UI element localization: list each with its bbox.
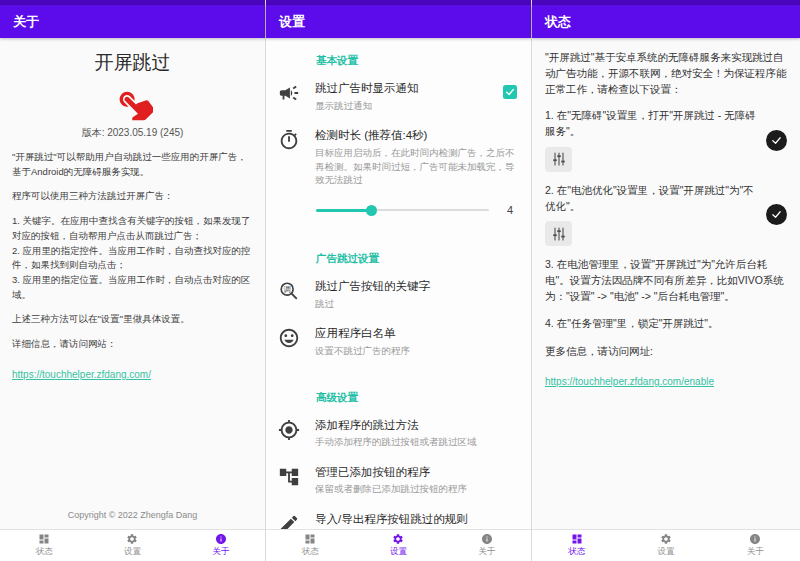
- pref-title: 管理已添加按钮的程序: [315, 465, 517, 481]
- slider-fill: [316, 209, 371, 212]
- appbar-about: 关于: [0, 5, 265, 38]
- page-title: 状态: [545, 13, 571, 31]
- section-title-advanced: 高级设置: [266, 375, 531, 409]
- pref-subtitle: 目标应用启动后，在此时间内检测广告，之后不再检测。如果时间过短，广告可能未加载完…: [315, 146, 517, 187]
- appbar-settings: 设置: [266, 5, 531, 38]
- pref-title: 跳过广告时显示通知: [315, 81, 493, 97]
- step-done-check-icon: [766, 130, 787, 151]
- section-title-ad-skip: 广告跳过设置: [266, 236, 531, 270]
- nav-tab-status[interactable]: 状态: [532, 533, 621, 558]
- nav-label: 设置: [390, 546, 407, 558]
- panel-about: 关于 开屏跳过 版本: 2023.05.19 (245) "开屏跳过"可以帮助用…: [0, 0, 266, 561]
- nav-label: 关于: [747, 546, 764, 558]
- info-icon: [481, 533, 493, 545]
- nav-label: 设置: [657, 546, 674, 558]
- website-link[interactable]: https://touchhelper.zfdang.com/: [12, 369, 151, 380]
- pref-whitelist[interactable]: 应用程序白名单 设置不跳过广告的程序: [266, 317, 531, 364]
- pref-title: 应用程序白名单: [315, 326, 517, 342]
- smiley-icon: [278, 327, 302, 351]
- tap-hand-icon: [113, 84, 153, 124]
- nav-label: 关于: [212, 546, 229, 558]
- about-body: 开屏跳过 版本: 2023.05.19 (245) "开屏跳过"可以帮助用户自动…: [0, 38, 265, 529]
- settings-list: 基本设置 跳过广告时显示通知 显示跳过通知 检测时长 (推荐值:4秒) 目标应用…: [266, 38, 531, 529]
- info-icon: [215, 533, 227, 545]
- slider-thumb[interactable]: [366, 205, 377, 216]
- status-step-background-power: 3. 在电池管理里，设置"开屏跳过"为"允许后台耗电"。设置方法因品牌不同有所差…: [545, 257, 787, 304]
- timer-icon: [278, 129, 302, 153]
- about-paragraph: 程序可以使用三种方法跳过开屏广告：: [12, 189, 253, 204]
- nav-tab-about[interactable]: 关于: [711, 533, 800, 558]
- gear-icon: [392, 533, 404, 545]
- nav-label: 状态: [36, 546, 53, 558]
- status-step-task-lock: 4. 在"任务管理"里，锁定"开屏跳过"。: [545, 316, 787, 332]
- pref-subtitle: 跳过: [315, 297, 517, 311]
- nav-label: 状态: [568, 546, 585, 558]
- gear-icon: [126, 533, 138, 545]
- about-paragraph: 详细信息，请访问网站：: [12, 337, 253, 352]
- about-paragraph: 上述三种方法可以在"设置"里做具体设置。: [12, 312, 253, 327]
- panel-status: 状态 "开屏跳过"基于安卓系统的无障碍服务来实现跳过自动广告功能，开源不联网，绝…: [532, 0, 800, 561]
- about-top: 开屏跳过 版本: 2023.05.19 (245): [0, 38, 265, 144]
- status-step-battery-optimization: 2. 在"电池优化"设置里，设置"开屏跳过"为"不优化"。: [545, 183, 787, 247]
- about-paragraph: 1. 关键字。在应用中查找含有关键字的按钮，如果发现了对应的按钮，自动帮用户点击…: [12, 214, 253, 302]
- pref-detect-duration[interactable]: 检测时长 (推荐值:4秒) 目标应用启动后，在此时间内检测广告，之后不再检测。如…: [266, 119, 531, 194]
- panel-settings: 设置 基本设置 跳过广告时显示通知 显示跳过通知 检测时长 (推荐值:4秒) 目…: [266, 0, 532, 561]
- nav-tab-status[interactable]: 状态: [266, 533, 354, 558]
- pref-skip-notification[interactable]: 跳过广告时显示通知 显示跳过通知: [266, 72, 531, 119]
- bottom-nav-about: 状态 设置 关于: [0, 529, 265, 561]
- pencil-icon: [278, 513, 302, 529]
- about-description: "开屏跳过"可以帮助用户自动跳过一些应用的开屏广告，基于Android的无障碍服…: [0, 144, 265, 362]
- pref-title: 导入/导出程序按钮跳过的规则: [315, 512, 517, 528]
- nav-label: 状态: [302, 546, 319, 558]
- more-info-text: 更多信息，请访问网址:: [545, 344, 787, 360]
- copyright-text: Copyright © 2022 Zhengfa Dang: [0, 510, 265, 529]
- dashboard-icon: [304, 533, 316, 545]
- notification-checkbox[interactable]: [503, 85, 517, 99]
- app-root: 关于 开屏跳过 版本: 2023.05.19 (245) "开屏跳过"可以帮助用…: [0, 0, 800, 561]
- page-title: 设置: [279, 13, 305, 31]
- info-icon: [749, 533, 761, 545]
- status-step-accessibility: 1. 在"无障碍"设置里，打开"开屏跳过 - 无障碍服务"。: [545, 108, 787, 172]
- tree-icon: [278, 466, 302, 490]
- dashboard-icon: [571, 533, 583, 545]
- tune-icon: [551, 226, 567, 242]
- step-text: 1. 在"无障碍"设置里，打开"开屏跳过 - 无障碍服务"。: [545, 108, 758, 140]
- pref-title: 添加程序的跳过方法: [315, 418, 517, 434]
- pref-skip-keyword[interactable]: 跳过广告按钮的关键字 跳过: [266, 270, 531, 317]
- status-content: "开屏跳过"基于安卓系统的无障碍服务来实现跳过自动广告功能，开源不联网，绝对安全…: [532, 38, 800, 529]
- nav-label: 设置: [124, 546, 141, 558]
- status-intro: "开屏跳过"基于安卓系统的无障碍服务来实现跳过自动广告功能，开源不联网，绝对安全…: [545, 50, 787, 97]
- nav-tab-about[interactable]: 关于: [177, 533, 265, 558]
- nav-tab-about[interactable]: 关于: [443, 533, 531, 558]
- open-battery-settings-button[interactable]: [545, 221, 572, 246]
- enable-guide-link[interactable]: https://touchhelper.zfdang.com/enable: [545, 376, 714, 387]
- version-text: 版本: 2023.05.19 (245): [0, 126, 265, 140]
- megaphone-icon: [278, 82, 302, 106]
- tune-icon: [551, 151, 567, 167]
- nav-tab-settings[interactable]: 设置: [354, 533, 442, 558]
- section-title-basic: 基本设置: [266, 38, 531, 72]
- step-done-check-icon: [766, 204, 787, 225]
- pref-title: 跳过广告按钮的关键字: [315, 279, 517, 295]
- pref-subtitle: 显示跳过通知: [315, 99, 493, 113]
- duration-slider-row: 4: [266, 194, 531, 226]
- open-accessibility-settings-button[interactable]: [545, 147, 572, 172]
- pref-add-skip-method[interactable]: 添加程序的跳过方法 手动添加程序的跳过按钮或者跳过区域: [266, 409, 531, 456]
- nav-tab-status[interactable]: 状态: [0, 533, 88, 558]
- step-text: 2. 在"电池优化"设置里，设置"开屏跳过"为"不优化"。: [545, 183, 758, 215]
- nav-tab-settings[interactable]: 设置: [621, 533, 710, 558]
- pref-manage-apps[interactable]: 管理已添加按钮的程序 保留或者删除已添加跳过按钮的程序: [266, 456, 531, 503]
- crosshair-icon: [278, 419, 302, 443]
- gear-icon: [660, 533, 672, 545]
- about-paragraph: "开屏跳过"可以帮助用户自动跳过一些应用的开屏广告，基于Android的无障碍服…: [12, 150, 253, 179]
- bottom-nav-status: 状态 设置 关于: [532, 529, 800, 561]
- duration-slider[interactable]: [316, 204, 489, 216]
- slider-value: 4: [503, 204, 513, 216]
- page-title: 关于: [13, 13, 39, 31]
- pref-import-export-rules[interactable]: 导入/导出程序按钮跳过的规则 手动编辑规则: [266, 503, 531, 529]
- bottom-nav-settings: 状态 设置 关于: [266, 529, 531, 561]
- appbar-status: 状态: [532, 5, 800, 38]
- pref-title: 检测时长 (推荐值:4秒): [315, 128, 517, 144]
- nav-tab-settings[interactable]: 设置: [88, 533, 176, 558]
- nav-label: 关于: [478, 546, 495, 558]
